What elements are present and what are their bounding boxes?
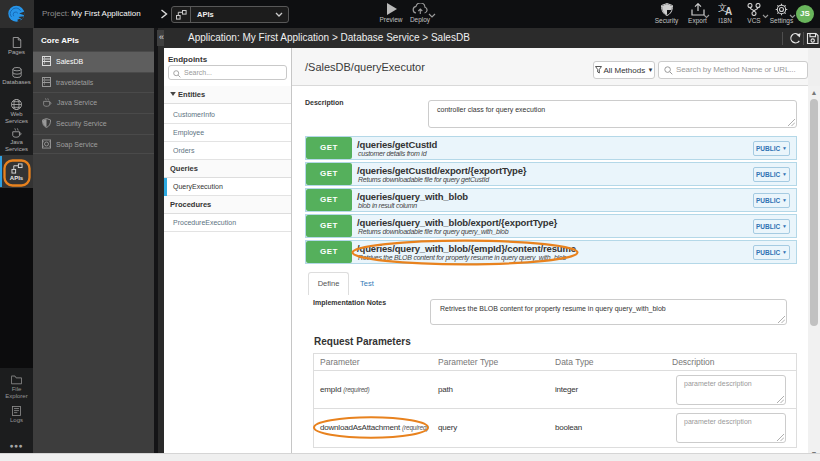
svg-text:A: A — [725, 6, 732, 16]
